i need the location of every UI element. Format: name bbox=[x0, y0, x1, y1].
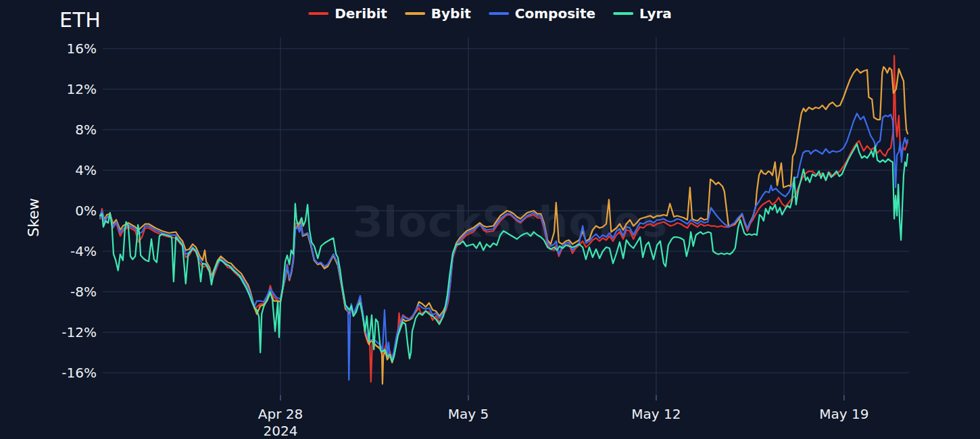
series-line-bybit bbox=[100, 67, 908, 384]
series-line-lyra bbox=[100, 144, 908, 362]
y-tick-label: -16% bbox=[62, 365, 97, 381]
series-line-composite bbox=[100, 113, 908, 380]
series-line-deribit bbox=[100, 56, 908, 382]
y-tick-label: -12% bbox=[62, 324, 97, 340]
gridlines bbox=[103, 37, 909, 401]
axis-labels: 16%12%8%4%0%-4%-8%-12%-16%Apr 282024May … bbox=[62, 41, 868, 439]
x-tick-label: May 19 bbox=[819, 406, 868, 422]
x-tick-label: May 5 bbox=[448, 406, 489, 422]
y-axis-title: Skew bbox=[25, 198, 42, 236]
y-tick-label: 12% bbox=[67, 81, 97, 97]
series-lines bbox=[100, 56, 908, 384]
y-tick-label: 0% bbox=[75, 203, 97, 219]
y-tick-label: -4% bbox=[70, 243, 97, 259]
x-tick-label: Apr 28 bbox=[258, 406, 303, 422]
x-tick-sublabel: 2024 bbox=[264, 423, 298, 439]
y-tick-label: -8% bbox=[70, 284, 97, 300]
skew-chart: 16%12%8%4%0%-4%-8%-12%-16%Apr 282024May … bbox=[0, 0, 980, 439]
y-tick-label: 16% bbox=[67, 41, 97, 57]
x-tick-label: May 12 bbox=[631, 406, 681, 422]
y-tick-label: 8% bbox=[75, 122, 97, 138]
y-tick-label: 4% bbox=[75, 162, 97, 178]
